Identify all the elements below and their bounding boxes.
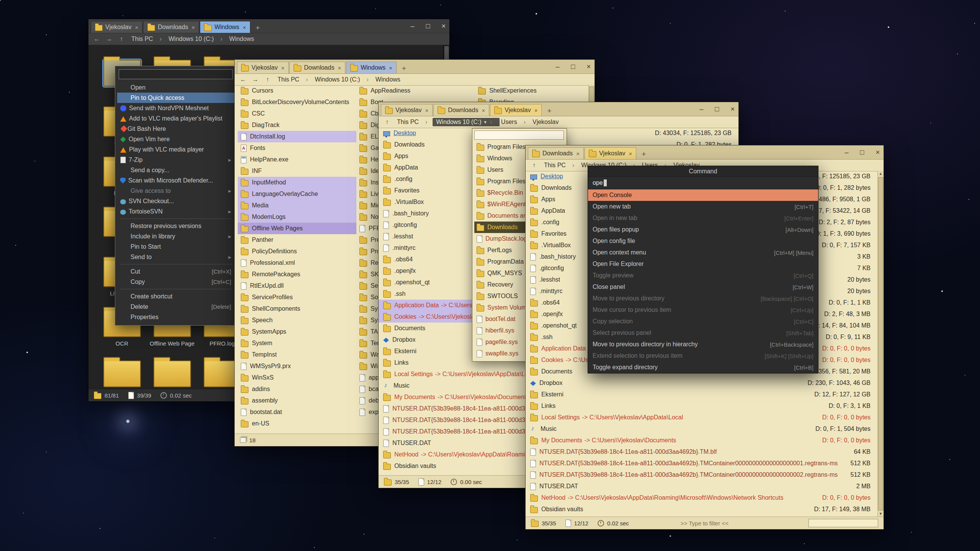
menu-item[interactable]: Pin to Start: [117, 241, 235, 252]
breadcrumb-item[interactable]: Windows 10 (C:)▾: [433, 118, 500, 126]
list-item[interactable]: ShellComponents: [238, 303, 356, 315]
palette-item[interactable]: Open files popup [Alt+Down]: [588, 224, 818, 235]
back-button[interactable]: ←: [239, 76, 247, 83]
list-item[interactable]: Eksterni D: 12, F: 127, 12 GB: [526, 389, 877, 400]
tab[interactable]: Windows ×: [346, 62, 397, 73]
scroll-down-button[interactable]: ▼: [878, 511, 884, 517]
menu-item[interactable]: Include in library ▸: [117, 231, 235, 241]
close-button[interactable]: ×: [586, 63, 591, 71]
menu-item[interactable]: SVN Checkout...: [117, 196, 235, 206]
maximize-button[interactable]: □: [860, 148, 864, 156]
list-item[interactable]: Dropbox D: 230, F: 1043, 46 GB: [526, 377, 877, 389]
menu-item[interactable]: Copy [Ctrl+C]: [117, 277, 235, 287]
breadcrumb-item[interactable]: Windows 10 (C:): [313, 75, 374, 84]
palette-item[interactable]: Toggle preview [Ctrl+Q]: [588, 270, 818, 281]
menu-item[interactable]: Send to ▸: [117, 252, 235, 262]
close-icon[interactable]: ×: [338, 65, 341, 71]
minimize-button[interactable]: –: [700, 105, 704, 113]
list-item[interactable]: ShellExperiences: [475, 85, 589, 96]
tab-bar[interactable]: Vjekoslav × Downloads × Windows × + – □ …: [235, 60, 595, 74]
palette-item[interactable]: Close panel [Ctrl+W]: [588, 281, 818, 293]
list-item[interactable]: bootstat.dat: [238, 406, 356, 418]
list-item[interactable]: Offline Web Pages: [238, 223, 356, 234]
list-item[interactable]: Professional.xml: [238, 257, 356, 269]
scrollbar-thumb[interactable]: [878, 177, 883, 510]
tab[interactable]: Vjekoslav ×: [237, 62, 289, 73]
context-menu-filter-input[interactable]: [119, 69, 233, 79]
menu-item[interactable]: [117, 287, 235, 291]
palette-item[interactable]: Open File Explorer: [588, 258, 818, 270]
close-button[interactable]: ×: [875, 148, 880, 156]
palette-item[interactable]: Move to previous directory in hierarchy …: [588, 339, 818, 350]
maximize-button[interactable]: □: [571, 63, 575, 71]
menu-item[interactable]: Send a copy...: [117, 165, 235, 175]
menu-item[interactable]: Create shortcut: [117, 291, 235, 302]
list-item[interactable]: ServiceProfiles: [238, 292, 356, 303]
list-item[interactable]: PolicyDefinitions: [238, 246, 356, 257]
list-item[interactable]: ModemLogs: [238, 211, 356, 223]
list-item[interactable]: DiagTrack: [238, 119, 356, 131]
menu-item[interactable]: Pin to Quick access: [117, 93, 235, 103]
list-item[interactable]: Speech: [238, 315, 356, 326]
palette-item[interactable]: Copy selection [Ctrl+C]: [588, 316, 818, 327]
scrollbar[interactable]: ▲ ▼: [877, 171, 884, 517]
close-icon[interactable]: ×: [135, 24, 138, 31]
tab[interactable]: Downloads ×: [433, 104, 489, 116]
palette-item[interactable]: Move cursor to previous item [Ctrl+Up]: [588, 304, 818, 316]
list-item[interactable]: NTUSER.DAT{53b39e88-18c4-11ea-a811-000d3…: [526, 469, 877, 481]
up-button[interactable]: ↑: [383, 119, 391, 126]
close-icon[interactable]: ×: [191, 24, 195, 31]
back-button[interactable]: ←: [93, 36, 101, 42]
maximize-button[interactable]: □: [426, 22, 430, 30]
up-button[interactable]: ↑: [118, 36, 125, 42]
forward-button[interactable]: →: [105, 36, 113, 42]
palette-item[interactable]: Open config file: [588, 235, 818, 247]
close-icon[interactable]: ×: [534, 107, 538, 114]
list-item[interactable]: SystemApps: [238, 326, 356, 337]
list-item[interactable]: TempInst: [238, 349, 356, 360]
close-icon[interactable]: ×: [281, 65, 284, 71]
list-item[interactable]: AppReadiness: [356, 85, 475, 96]
menu-item[interactable]: Send with NordVPN Meshnet: [117, 103, 235, 113]
list-item[interactable]: NTUSER.DAT{53b39e88-18c4-11ea-a811-000d3…: [526, 458, 877, 469]
menu-item[interactable]: [117, 217, 235, 221]
tab[interactable]: Vjekoslav ×: [585, 147, 636, 159]
tab[interactable]: Vjekoslav ×: [381, 104, 433, 116]
tab[interactable]: Windows ×: [200, 21, 250, 33]
list-item[interactable]: assembly: [238, 395, 356, 406]
list-item[interactable]: DtcInstall.log: [238, 131, 356, 142]
list-item[interactable]: Links D: 0, F: 3, 1 KB: [526, 400, 877, 412]
palette-item[interactable]: Open Console: [588, 189, 818, 201]
list-item[interactable]: NTUSER.DAT{53b39e88-18c4-11ea-a811-000d3…: [526, 446, 877, 458]
list-item[interactable]: CSC: [238, 108, 356, 119]
list-item[interactable]: LanguageOverlayCache: [238, 188, 356, 200]
close-icon[interactable]: ×: [243, 24, 246, 31]
list-item[interactable]: Obsidian vaults D: 17, F: 149, 38 MB: [526, 504, 877, 515]
menu-item[interactable]: [117, 262, 235, 266]
scroll-up-button[interactable]: ▲: [878, 171, 884, 177]
palette-item[interactable]: Open context menu [Ctrl+M] [Menu]: [588, 247, 818, 258]
list-item[interactable]: HelpPane.exe: [238, 154, 356, 165]
list-item[interactable]: WMSysPr9.prx: [238, 360, 356, 372]
close-icon[interactable]: ×: [389, 65, 392, 71]
palette-item[interactable]: Open new tab [Ctrl+T]: [588, 201, 818, 212]
tab[interactable]: Downloads ×: [528, 147, 584, 159]
filter-input[interactable]: [808, 519, 878, 527]
tab[interactable]: Downloads ×: [143, 21, 199, 33]
breadcrumb-item[interactable]: Windows: [374, 75, 405, 84]
new-tab-button[interactable]: +: [545, 107, 554, 114]
breadcrumb-item[interactable]: This PC: [276, 75, 313, 84]
breadcrumb-item[interactable]: Windows: [228, 35, 258, 43]
palette-item[interactable]: Select previous panel [Shift+Tab]: [588, 327, 818, 339]
list-item[interactable]: Music D: 0, F: 1, 504 bytes: [526, 423, 877, 435]
up-button[interactable]: ↑: [264, 76, 271, 83]
tab[interactable]: Vjekoslav ×: [490, 104, 542, 116]
list-item[interactable]: Panther: [238, 234, 356, 246]
breadcrumb-item[interactable]: Vjekoslav: [531, 118, 563, 126]
new-tab-button[interactable]: +: [253, 24, 262, 31]
up-button[interactable]: ↑: [530, 162, 538, 169]
list-item[interactable]: NTUSER.DAT 2 MB: [526, 481, 877, 492]
palette-item[interactable]: Open in new tab [Ctrl+Enter]: [588, 212, 818, 224]
list-item[interactable]: WinSxS: [238, 372, 356, 383]
list-item[interactable]: RemotePackages: [238, 269, 356, 280]
